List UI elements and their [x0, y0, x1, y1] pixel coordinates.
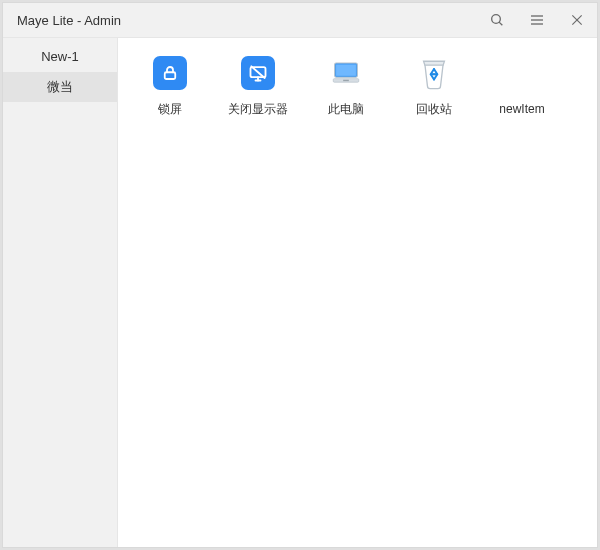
app-label: 关闭显示器: [228, 102, 288, 116]
lock-icon: [151, 54, 189, 92]
sidebar-item-label: 微当: [47, 79, 73, 94]
blank-icon: [503, 54, 541, 92]
app-label: 此电脑: [328, 102, 364, 116]
svg-rect-13: [336, 65, 356, 76]
app-window: Maye Lite - Admin: [2, 2, 598, 548]
app-label: newItem: [499, 102, 544, 116]
hamburger-icon: [529, 12, 545, 28]
close-icon: [570, 13, 584, 27]
close-button[interactable]: [557, 3, 597, 37]
app-lock-screen[interactable]: 锁屏: [126, 52, 214, 134]
app-label: 回收站: [416, 102, 452, 116]
svg-rect-15: [343, 80, 349, 81]
this-pc-icon: [327, 54, 365, 92]
search-button[interactable]: [477, 3, 517, 37]
content-area: 锁屏 关闭显示器: [117, 38, 597, 547]
app-label: 锁屏: [158, 102, 182, 116]
sidebar: New-1 微当: [3, 38, 117, 547]
svg-line-1: [499, 22, 502, 25]
sidebar-item-weidang[interactable]: 微当: [3, 72, 117, 102]
search-icon: [489, 12, 505, 28]
app-new-item[interactable]: newItem: [478, 52, 566, 134]
window-body: New-1 微当 锁屏: [3, 38, 597, 547]
sidebar-item-new-1[interactable]: New-1: [3, 42, 117, 72]
title-bar: Maye Lite - Admin: [3, 3, 597, 38]
svg-rect-7: [165, 72, 176, 79]
menu-button[interactable]: [517, 3, 557, 37]
recycle-bin-icon: [415, 54, 453, 92]
monitor-off-icon: [239, 54, 277, 92]
sidebar-item-label: New-1: [41, 49, 79, 64]
svg-point-0: [492, 15, 501, 24]
app-turn-off-display[interactable]: 关闭显示器: [214, 52, 302, 134]
app-recycle-bin[interactable]: 回收站: [390, 52, 478, 134]
window-title: Maye Lite - Admin: [17, 13, 121, 28]
app-this-pc[interactable]: 此电脑: [302, 52, 390, 134]
